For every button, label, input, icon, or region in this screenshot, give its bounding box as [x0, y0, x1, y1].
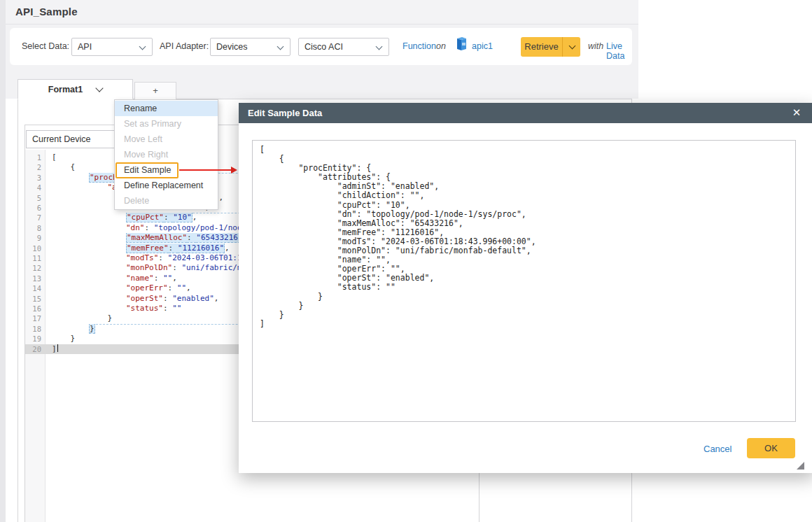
- app-root: API_Sample Select Data: API API Adapter:…: [0, 0, 812, 522]
- line-number: 19: [25, 334, 41, 344]
- device-icon: [456, 37, 467, 53]
- line-number: 8: [25, 223, 41, 233]
- tab-format1-label: Format1: [48, 85, 83, 94]
- menu-item-delete: Delete: [115, 193, 218, 209]
- sample-textarea[interactable]: [ { "procEntity": { "attributes": { "adm…: [252, 140, 796, 422]
- add-format-tab[interactable]: +: [134, 82, 176, 99]
- device-link[interactable]: apic1: [472, 41, 493, 51]
- modal-header: Edit Sample Data ✕: [239, 103, 812, 123]
- sample-json-content: [ { "procEntity": { "attributes": { "adm…: [260, 146, 788, 329]
- select-data-value: API: [78, 42, 92, 52]
- line-number: 1: [25, 153, 41, 162]
- annotation-arrow: [179, 169, 231, 171]
- line-number: 18: [25, 324, 41, 334]
- line-number: 9: [25, 233, 41, 243]
- chevron-down-icon: [139, 43, 146, 50]
- close-icon[interactable]: ✕: [790, 103, 804, 123]
- chevron-down-icon: [569, 43, 576, 50]
- modal-title: Edit Sample Data: [248, 108, 322, 118]
- adapter-type-value: Cisco ACI: [304, 42, 343, 52]
- context-menu: RenameSet as PrimaryMove LeftMove RightE…: [114, 99, 218, 210]
- menu-item-label: Set as Primary: [124, 119, 181, 129]
- toolbar: Select Data: API API Adapter: Devices Ci…: [10, 28, 632, 65]
- tab-format1[interactable]: Format1: [18, 79, 133, 99]
- chevron-down-icon: [277, 43, 284, 50]
- line-number: 5: [25, 193, 41, 203]
- line-number: 7: [25, 213, 41, 223]
- line-number: 2: [25, 162, 41, 172]
- line-number: 3: [25, 173, 41, 183]
- line-number: 12: [25, 263, 41, 273]
- line-number: 17: [25, 313, 41, 323]
- menu-item-label: Delete: [124, 196, 149, 206]
- line-number: 6: [25, 203, 41, 213]
- api-adapter-value: Devices: [216, 42, 247, 52]
- live-data-link[interactable]: Live Data: [606, 41, 632, 61]
- select-data-label: Select Data:: [22, 41, 69, 51]
- menu-item-label: Move Left: [124, 134, 162, 144]
- menu-item-define-replacement[interactable]: Define Replacement: [115, 178, 218, 193]
- edit-sample-highlight-box: [115, 162, 178, 178]
- api-adapter-label: API Adapter:: [160, 41, 209, 51]
- line-number: 20: [25, 344, 41, 354]
- chevron-down-icon: [95, 84, 103, 92]
- line-number: 14: [25, 283, 41, 293]
- with-text: with: [588, 41, 603, 51]
- function-link[interactable]: Function: [402, 41, 436, 51]
- cancel-button[interactable]: Cancel: [704, 444, 732, 454]
- menu-item-set-as-primary: Set as Primary: [115, 116, 218, 132]
- chevron-down-icon: [376, 43, 383, 50]
- ok-button[interactable]: OK: [747, 438, 795, 458]
- api-adapter-dropdown[interactable]: Devices: [210, 38, 290, 56]
- line-number: 16: [25, 304, 41, 313]
- device-selector-value: Current Device: [32, 134, 90, 144]
- line-number: 15: [25, 294, 41, 304]
- page-header: API_Sample: [6, 0, 638, 24]
- annotation-arrow-head: [231, 167, 237, 174]
- menu-item-label: Move Right: [124, 150, 168, 160]
- text-cursor: [57, 344, 58, 352]
- edit-sample-modal: Edit Sample Data ✕ [ { "procEntity": { "…: [239, 103, 812, 473]
- page-title: API_Sample: [15, 6, 78, 17]
- line-number: 10: [25, 244, 41, 253]
- retrieve-button[interactable]: Retrieve: [521, 37, 580, 57]
- line-number: 4: [25, 183, 41, 192]
- retrieve-label[interactable]: Retrieve: [521, 37, 562, 57]
- select-data-dropdown[interactable]: API: [71, 38, 153, 56]
- adapter-type-dropdown[interactable]: Cisco ACI: [298, 38, 389, 56]
- menu-item-label: Define Replacement: [124, 181, 203, 190]
- menu-item-move-right: Move Right: [115, 147, 218, 162]
- menu-item-label: Rename: [124, 104, 157, 113]
- menu-item-move-left: Move Left: [115, 132, 218, 147]
- menu-item-rename[interactable]: Rename: [115, 101, 218, 116]
- retrieve-dropdown-toggle[interactable]: [562, 37, 580, 57]
- on-text: on: [436, 41, 446, 51]
- line-number: 11: [25, 253, 41, 263]
- line-number: 13: [25, 274, 41, 283]
- resize-handle-icon[interactable]: [797, 462, 804, 470]
- left-edge-strip: [0, 0, 6, 522]
